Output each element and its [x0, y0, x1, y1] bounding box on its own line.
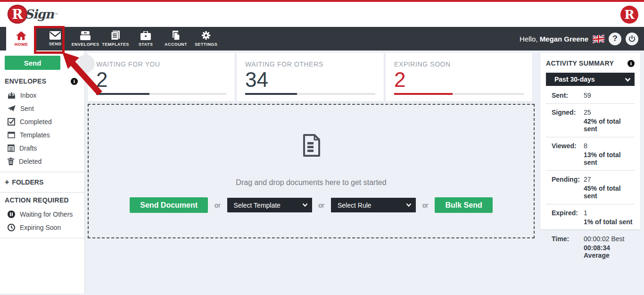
sidebar: Send ENVELOPES i Inbox Sent: [0, 51, 85, 294]
folders-toggle[interactable]: + FOLDERS: [0, 176, 84, 188]
sidebar-item-completed[interactable]: Completed: [0, 115, 84, 128]
rsign-logo-script: Sign: [25, 7, 54, 21]
activity-row-expired: Expired: 11% of total sent: [546, 204, 635, 230]
activity-row-value: 8: [584, 142, 635, 150]
or-separator: or: [215, 202, 220, 209]
sidebar-item-sent[interactable]: Sent: [0, 102, 84, 115]
document-icon: [301, 134, 321, 157]
activity-row-value: 25: [584, 109, 635, 116]
paper-plane-icon: [8, 105, 16, 112]
settings-gear-icon: [201, 31, 211, 40]
inbox-icon: [8, 92, 16, 99]
activity-row-time: Time: 00:00:02 Best00:08:34 Average: [546, 230, 635, 263]
activity-summary-panel: ACTIVITY SUMMARY i Past 30-days Sent: 59…: [540, 53, 640, 229]
activity-info-icon[interactable]: i: [627, 60, 635, 67]
nav-account-label: ACCOUNT: [165, 42, 187, 47]
activity-row-sub: 42% of total sent: [584, 118, 635, 133]
card-value: 34: [245, 69, 375, 91]
trash-icon: [8, 158, 14, 165]
progress-fill: [245, 93, 297, 95]
progress-fill: [394, 93, 453, 95]
nav-send[interactable]: SEND: [40, 27, 70, 51]
rsign-dashboard: R Sign ™ R HOME SEND: [0, 0, 644, 295]
account-pages-icon: [171, 31, 181, 40]
select-template-value: Select Template: [234, 202, 281, 209]
clock-icon: [8, 224, 15, 231]
envelopes-tray-icon: [80, 31, 91, 40]
checkbox-icon: [8, 118, 15, 126]
activity-row-label: Time:: [552, 235, 582, 259]
bulk-send-button[interactable]: Bulk Send: [435, 197, 492, 213]
greeting-prefix: Hello,: [520, 35, 540, 43]
activity-row-label: Pending:: [552, 176, 582, 200]
activity-row-viewed: Viewed: 813% of total sent: [546, 137, 635, 171]
sidebar-item-label: Deleted: [19, 158, 41, 165]
nav-settings[interactable]: SETTINGS: [191, 27, 221, 51]
activity-row-label: Signed:: [552, 109, 582, 133]
plus-icon: +: [5, 178, 9, 186]
sidebar-item-expiring-soon[interactable]: Expiring Soon: [0, 221, 84, 234]
sidebar-item-label: Completed: [20, 118, 52, 126]
card-title: EXPIRING SOON: [394, 60, 524, 68]
or-separator: or: [319, 202, 324, 209]
sidebar-item-label: Waiting for Others: [20, 211, 73, 218]
draft-document-icon: [8, 144, 15, 152]
trademark-symbol: ™: [54, 12, 58, 17]
nav-home[interactable]: HOME: [6, 27, 36, 51]
sidebar-item-label: Sent: [20, 105, 34, 112]
sidebar-item-label: Expiring Soon: [20, 224, 61, 231]
union-jack-icon: [593, 34, 604, 43]
rsign-logo[interactable]: R Sign ™: [8, 5, 58, 24]
language-flag-icon[interactable]: [593, 34, 604, 43]
activity-row-sub: 13% of total sent: [584, 151, 635, 166]
card-expiring-soon: EXPIRING SOON 2: [386, 53, 532, 101]
sidebar-item-inbox[interactable]: Inbox: [0, 89, 84, 102]
card-waiting-for-others: WAITING FOR OTHERS 34: [237, 53, 384, 101]
activity-range-dropdown[interactable]: Past 30-days: [546, 73, 635, 86]
envelopes-info-icon[interactable]: i: [71, 78, 78, 85]
sidebar-item-templates[interactable]: Templates: [0, 128, 84, 142]
nav-stats-label: STATS: [139, 42, 153, 47]
select-template-dropdown[interactable]: Select Template: [227, 198, 312, 212]
sidebar-collapse-toggle[interactable]: [77, 55, 95, 73]
rpost-corner-logo[interactable]: R: [620, 6, 638, 24]
document-dropzone[interactable]: Drag and drop documents here to get star…: [88, 104, 535, 238]
nav-home-label: HOME: [15, 42, 28, 47]
sidebar-item-label: Drafts: [19, 144, 37, 152]
sidebar-send-button[interactable]: Send: [5, 56, 60, 70]
template-window-icon: [8, 132, 15, 138]
nav-account[interactable]: ACCOUNT: [161, 27, 191, 51]
chevron-down-icon: [625, 76, 631, 83]
power-icon: [628, 35, 636, 42]
nav-settings-label: SETTINGS: [195, 42, 217, 47]
sidebar-item-waiting-for-others[interactable]: Waiting for Others: [0, 208, 84, 221]
home-icon: [16, 31, 26, 40]
select-rule-dropdown[interactable]: Select Rule: [331, 198, 416, 212]
nav-templates[interactable]: TEMPLATES: [100, 27, 131, 51]
activity-row-sent: Sent: 59: [546, 87, 635, 104]
activity-row-sub: 45% of total sent: [584, 185, 635, 200]
chevron-down-icon: [406, 202, 412, 208]
activity-row-sub: 1% of total sent: [584, 218, 632, 226]
action-required-label: ACTION REQUIRED: [5, 196, 69, 204]
send-document-button[interactable]: Send Document: [130, 197, 208, 213]
nav-envelopes[interactable]: ENVELOPES: [70, 27, 100, 51]
progress-fill: [96, 93, 149, 95]
activity-row-signed: Signed: 2542% of total sent: [546, 104, 635, 137]
sidebar-item-deleted[interactable]: Deleted: [0, 155, 84, 168]
envelopes-header-label: ENVELOPES: [5, 77, 46, 85]
sidebar-item-label: Inbox: [20, 92, 36, 99]
progress-track: [394, 93, 524, 95]
logout-power-button[interactable]: [626, 33, 638, 45]
nav-stats[interactable]: STATS: [131, 27, 161, 51]
app-header: R Sign ™ R: [0, 2, 644, 27]
help-button[interactable]: ?: [609, 33, 621, 45]
activity-row-label: Sent:: [552, 92, 582, 99]
action-required-header: ACTION REQUIRED: [0, 196, 84, 204]
sidebar-item-drafts[interactable]: Drafts: [0, 142, 84, 155]
or-separator: or: [422, 202, 428, 209]
folders-label: FOLDERS: [12, 178, 43, 186]
nav-envelopes-label: ENVELOPES: [72, 42, 99, 47]
stats-briefcase-icon: [140, 31, 151, 40]
activity-header: ACTIVITY SUMMARY i: [546, 59, 635, 67]
